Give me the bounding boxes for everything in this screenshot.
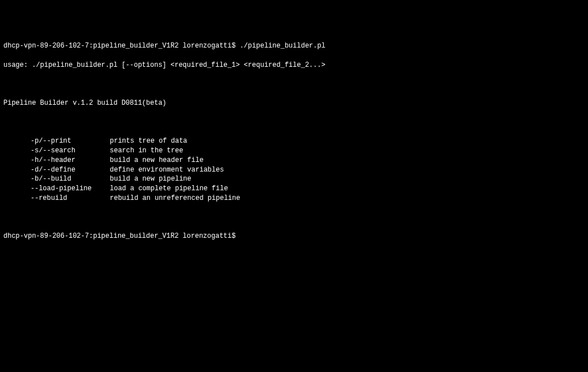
blank-line-3	[3, 213, 585, 223]
blank-line-2	[3, 118, 585, 127]
usage-line: usage: ./pipeline_builder.pl [--options]…	[3, 61, 585, 70]
program-title: Pipeline Builder v.1.2 build D0811(beta)	[3, 99, 585, 108]
terminal-line-1: dhcp-vpn-89-206-102-7:pipeline_builder_V…	[3, 41, 585, 51]
option-description: build a new pipeline	[110, 174, 191, 184]
options-list: -p/--printprints tree of data-s/--search…	[3, 136, 585, 203]
option-description: load a complete pipeline file	[110, 184, 228, 194]
option-flag: -d/--define	[31, 165, 110, 175]
option-flag: -h/--header	[31, 156, 110, 165]
option-description: define environment variables	[110, 165, 224, 175]
option-line: -h/--headerbuild a new header file	[3, 156, 585, 165]
shell-prompt-1: dhcp-vpn-89-206-102-7:pipeline_builder_V…	[3, 42, 240, 50]
shell-prompt-2: dhcp-vpn-89-206-102-7:pipeline_builder_V…	[3, 232, 240, 240]
option-flag: -b/--build	[31, 174, 110, 184]
option-flag: --load-pipeline	[31, 184, 110, 194]
option-line: -b/--buildbuild a new pipeline	[3, 174, 585, 184]
option-line: --load-pipelineload a complete pipeline …	[3, 184, 585, 194]
option-description: search in the tree	[110, 146, 183, 156]
option-flag: -s/--search	[31, 146, 110, 156]
option-description: rebuild an unreferenced pipeline	[110, 194, 240, 203]
option-line: -d/--definedefine environment variables	[3, 165, 585, 175]
option-line: --rebuildrebuild an unreferenced pipelin…	[3, 194, 585, 203]
option-flag: -p/--print	[31, 136, 110, 146]
entered-command: ./pipeline_builder.pl	[240, 42, 325, 50]
blank-line-1	[3, 79, 585, 89]
option-line: -p/--printprints tree of data	[3, 136, 585, 146]
terminal-line-prompt[interactable]: dhcp-vpn-89-206-102-7:pipeline_builder_V…	[3, 232, 585, 241]
option-description: prints tree of data	[110, 136, 187, 146]
option-description: build a new header file	[110, 156, 204, 165]
option-flag: --rebuild	[31, 194, 110, 203]
option-line: -s/--searchsearch in the tree	[3, 146, 585, 156]
